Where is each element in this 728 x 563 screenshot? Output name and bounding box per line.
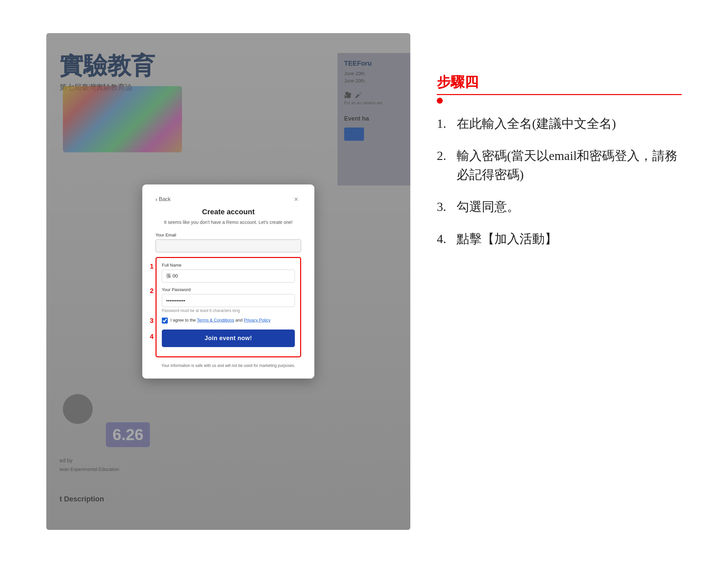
browser-area: 實驗教育 第七屆臺灣實驗教育論 TEEForu June 20th, June … bbox=[46, 33, 410, 530]
terms-text: I agree to the Terms & Conditions and Pr… bbox=[170, 317, 271, 324]
modal-subtitle: It seems like you don't have a Remo acco… bbox=[156, 219, 301, 226]
page-container: 實驗教育 第七屆臺灣實驗教育論 TEEForu June 20th, June … bbox=[0, 0, 728, 563]
list-item: 2. 輸入密碼(當天以email和密碼登入，請務必記得密碼) bbox=[437, 146, 682, 184]
email-input[interactable] bbox=[156, 239, 301, 252]
terms-row: I agree to the Terms & Conditions and Pr… bbox=[162, 317, 295, 324]
instructions-list: 1. 在此輸入全名(建議中文全名) 2. 輸入密碼(當天以email和密碼登入，… bbox=[437, 114, 682, 261]
item-4-num: 4. bbox=[437, 229, 457, 248]
step-1-label: 1 bbox=[150, 262, 154, 270]
item-1-num: 1. bbox=[437, 114, 457, 133]
email-field-group: Your Email bbox=[156, 232, 301, 257]
safe-text: Your information is safe with us and wil… bbox=[156, 363, 301, 369]
privacy-policy-link[interactable]: Privacy Policy bbox=[244, 318, 271, 323]
password-step-row: 2 Your Password Password must be at leas… bbox=[162, 287, 295, 313]
red-box-steps: 1 Full Name 2 Your Password Password mus… bbox=[156, 257, 301, 357]
step-header: 步驟四 bbox=[437, 73, 682, 95]
join-event-button[interactable]: Join event now! bbox=[162, 330, 295, 347]
close-icon: × bbox=[294, 195, 298, 204]
back-button[interactable]: ‹ Back bbox=[156, 196, 171, 203]
back-label: Back bbox=[159, 196, 171, 202]
red-dot-icon bbox=[437, 98, 443, 104]
item-1-text: 在此輸入全名(建議中文全名) bbox=[457, 114, 682, 133]
create-account-modal: ‹ Back × Create account It seems like yo… bbox=[142, 184, 314, 379]
instructions-area: 步驟四 1. 在此輸入全名(建議中文全名) 2. 輸入密碼(當天以email和密… bbox=[410, 33, 708, 530]
step-2-label: 2 bbox=[150, 287, 154, 295]
list-item: 3. 勾選同意。 bbox=[437, 197, 682, 216]
item-2-num: 2. bbox=[437, 146, 457, 165]
back-arrow-icon: ‹ bbox=[156, 196, 158, 203]
fullname-label: Full Name bbox=[162, 262, 295, 267]
modal-header: ‹ Back × bbox=[156, 194, 301, 204]
list-item: 4. 點擊【加入活動】 bbox=[437, 229, 682, 248]
list-item: 1. 在此輸入全名(建議中文全名) bbox=[437, 114, 682, 133]
modal-title: Create account bbox=[156, 208, 301, 216]
fullname-input[interactable] bbox=[162, 269, 295, 283]
item-3-text: 勾選同意。 bbox=[457, 197, 682, 216]
join-step-row: 4 Join event now! bbox=[162, 330, 295, 352]
terms-step-row: 3 I agree to the Terms & Conditions and … bbox=[162, 317, 295, 324]
terms-conditions-link[interactable]: Terms & Conditions bbox=[197, 318, 234, 323]
step-3-label: 3 bbox=[150, 317, 154, 325]
modal-overlay: ‹ Back × Create account It seems like yo… bbox=[46, 33, 410, 530]
item-3-num: 3. bbox=[437, 197, 457, 216]
password-hint: Password must be at least 6 characters l… bbox=[162, 308, 295, 313]
email-label: Your Email bbox=[156, 232, 301, 237]
close-button[interactable]: × bbox=[291, 194, 301, 204]
password-input[interactable] bbox=[162, 294, 295, 307]
fullname-step-row: 1 Full Name bbox=[162, 262, 295, 287]
item-2-text: 輸入密碼(當天以email和密碼登入，請務必記得密碼) bbox=[457, 146, 682, 184]
password-label: Your Password bbox=[162, 287, 295, 292]
step-4-label: 4 bbox=[150, 333, 154, 341]
item-4-text: 點擊【加入活動】 bbox=[457, 229, 682, 248]
terms-checkbox[interactable] bbox=[162, 318, 168, 324]
